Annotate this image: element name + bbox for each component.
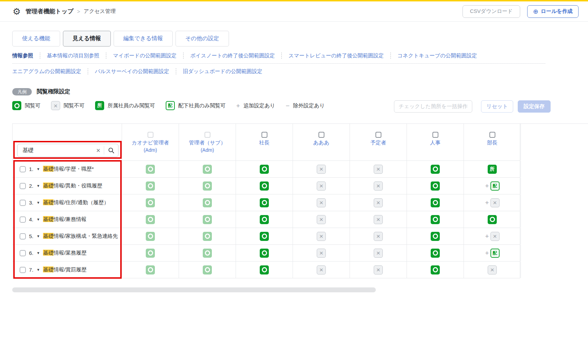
permission-cell[interactable]: [236, 211, 293, 228]
viewable-fixed-icon[interactable]: [203, 215, 212, 224]
permission-cell[interactable]: ×: [464, 262, 521, 278]
permission-cell[interactable]: ×: [350, 245, 407, 261]
column-title[interactable]: 人事: [430, 139, 440, 146]
viewable-icon[interactable]: [260, 165, 269, 174]
permission-cell[interactable]: ×: [293, 228, 350, 244]
column-checkbox[interactable]: [432, 132, 438, 138]
subtab-row1-item-5[interactable]: スマートレビューの終了後公開範囲設定: [288, 52, 383, 59]
row-checkbox[interactable]: [20, 166, 26, 172]
permission-cell[interactable]: [122, 228, 179, 244]
subtab-row1-item-3[interactable]: マイボードの公開範囲設定: [113, 52, 177, 59]
permission-combo[interactable]: +×: [485, 198, 499, 207]
collapse-triangle-icon[interactable]: ▼: [37, 217, 40, 221]
permission-cell[interactable]: [122, 178, 179, 194]
row-checkbox[interactable]: [20, 200, 26, 206]
permission-cell[interactable]: [407, 262, 464, 278]
permission-cell[interactable]: [407, 161, 464, 177]
permission-cell[interactable]: ×: [350, 161, 407, 177]
search-icon[interactable]: [108, 147, 115, 154]
column-checkbox[interactable]: [205, 132, 210, 138]
clear-search-icon[interactable]: ×: [95, 147, 104, 154]
viewable-fixed-icon[interactable]: [203, 232, 212, 241]
viewable-icon[interactable]: [488, 215, 497, 224]
column-checkbox[interactable]: [489, 132, 495, 138]
not-viewable-icon[interactable]: ×: [374, 232, 383, 241]
viewable-icon[interactable]: [431, 198, 440, 207]
permission-cell[interactable]: ×: [293, 161, 350, 177]
column-title[interactable]: 管理者（サブ）: [189, 139, 226, 146]
viewable-fixed-icon[interactable]: [203, 181, 212, 191]
own-department-only-icon[interactable]: 所: [95, 101, 104, 110]
row-checkbox[interactable]: [20, 233, 26, 240]
permission-combo[interactable]: +×: [485, 232, 499, 241]
permission-cell[interactable]: +×: [464, 228, 521, 244]
viewable-icon[interactable]: [260, 265, 269, 274]
not-viewable-icon[interactable]: ×: [374, 165, 383, 174]
permission-cell[interactable]: [407, 228, 464, 244]
permission-cell[interactable]: [407, 194, 464, 211]
viewable-fixed-icon[interactable]: [146, 198, 155, 207]
permission-cell[interactable]: [236, 245, 293, 261]
subtab-row1-item-4[interactable]: ボイスノートの終了後公開範囲設定: [190, 52, 275, 59]
permission-cell[interactable]: [179, 161, 236, 177]
permission-cell[interactable]: [179, 228, 236, 244]
permission-cell[interactable]: [179, 178, 236, 194]
column-title[interactable]: あああ: [313, 139, 329, 146]
subtab-row1-item-6[interactable]: コネクトキューブの公開範囲設定: [397, 52, 477, 59]
permission-cell[interactable]: 所: [464, 161, 521, 177]
collapse-triangle-icon[interactable]: ▼: [37, 184, 40, 188]
tab-1[interactable]: 使える機能: [12, 31, 60, 47]
collapse-triangle-icon[interactable]: ▼: [37, 234, 40, 238]
bulk-action-select[interactable]: チェックした箇所を一括操作: [394, 100, 472, 113]
permission-cell[interactable]: [236, 262, 293, 278]
permission-cell[interactable]: ×: [293, 178, 350, 194]
permission-cell[interactable]: [122, 194, 179, 211]
subtab-row1-item-1[interactable]: 情報参照: [12, 52, 33, 59]
not-viewable-icon[interactable]: ×: [317, 265, 326, 274]
column-checkbox[interactable]: [261, 132, 267, 138]
viewable-fixed-icon[interactable]: [146, 232, 155, 241]
viewable-fixed-icon[interactable]: [203, 265, 212, 274]
permission-cell[interactable]: [464, 211, 521, 228]
viewable-icon[interactable]: [260, 232, 269, 241]
horizontal-scrollbar[interactable]: [12, 287, 376, 292]
not-viewable-icon[interactable]: ×: [317, 165, 326, 174]
not-viewable-icon[interactable]: ×: [374, 249, 383, 258]
not-viewable-icon[interactable]: ×: [488, 265, 497, 274]
search-input[interactable]: 基礎: [22, 147, 95, 154]
subordinates-only-icon[interactable]: 配: [166, 101, 175, 110]
subtab-row2-item-1[interactable]: エニアグラムの公開範囲設定: [12, 68, 81, 75]
subtab-row2-item-2[interactable]: パルスサーベイの公開範囲設定: [95, 68, 169, 75]
permission-cell[interactable]: [122, 161, 179, 177]
permission-cell[interactable]: ×: [350, 178, 407, 194]
breadcrumb-root[interactable]: 管理者機能トップ: [26, 7, 73, 15]
not-viewable-icon[interactable]: ×: [317, 249, 326, 258]
permission-cell[interactable]: [407, 211, 464, 228]
csv-download-button[interactable]: CSVダウンロード: [462, 5, 520, 18]
permission-cell[interactable]: ×: [293, 211, 350, 228]
viewable-icon[interactable]: [260, 249, 269, 258]
not-viewable-icon[interactable]: ×: [490, 198, 500, 207]
column-checkbox[interactable]: [318, 132, 324, 138]
not-viewable-icon[interactable]: ×: [317, 232, 326, 241]
viewable-fixed-icon[interactable]: [146, 181, 155, 191]
permission-cell[interactable]: [179, 194, 236, 211]
not-viewable-icon[interactable]: ×: [317, 215, 326, 224]
collapse-triangle-icon[interactable]: ▼: [37, 268, 40, 272]
permission-cell[interactable]: ×: [293, 245, 350, 261]
permission-cell[interactable]: [122, 262, 179, 278]
viewable-icon[interactable]: [260, 215, 269, 224]
column-title[interactable]: 部長: [487, 139, 497, 146]
subordinates-only-icon[interactable]: 配: [490, 181, 500, 191]
tab-4[interactable]: その他の設定: [175, 31, 229, 47]
tab-2[interactable]: 見える情報: [63, 31, 111, 47]
column-checkbox[interactable]: [148, 132, 153, 138]
not-viewable-icon[interactable]: ×: [490, 232, 500, 241]
viewable-icon[interactable]: [431, 232, 440, 241]
save-settings-button[interactable]: 設定保存: [518, 100, 551, 113]
create-role-button[interactable]: ⊕ ロールを作成: [527, 5, 579, 18]
permission-cell[interactable]: ×: [350, 262, 407, 278]
column-title[interactable]: 社長: [259, 139, 270, 146]
reset-button[interactable]: リセット: [481, 100, 513, 113]
viewable-icon[interactable]: [431, 181, 440, 191]
